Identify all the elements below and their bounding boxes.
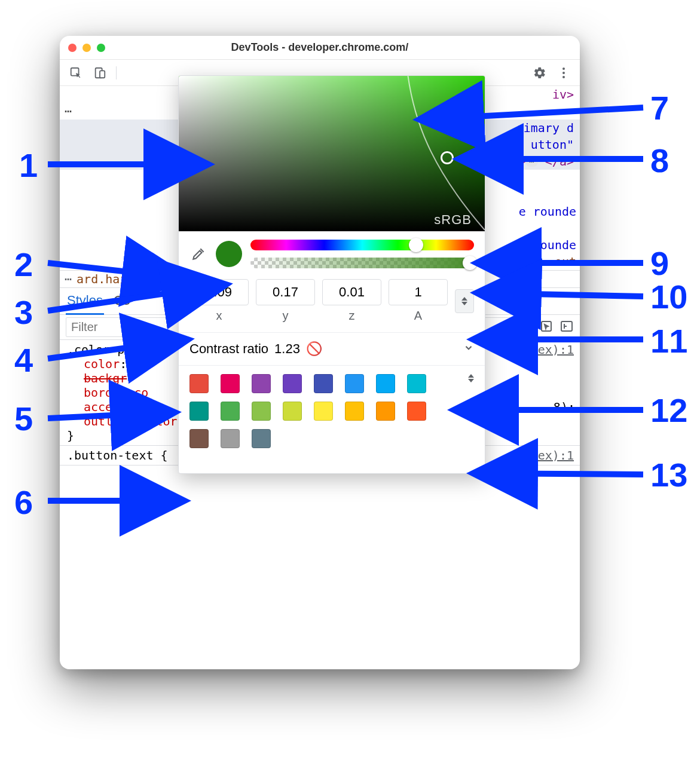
window-title: DevTools - developer.chrome.com/ — [60, 41, 580, 54]
value-a-input[interactable] — [389, 279, 448, 305]
current-color-swatch — [216, 241, 242, 267]
hue-slider-thumb[interactable] — [409, 238, 423, 252]
palette-swatch[interactable] — [345, 374, 364, 393]
palette-swatch[interactable] — [376, 374, 395, 393]
palette-swatch[interactable] — [407, 374, 426, 393]
more-options-icon[interactable] — [554, 63, 574, 83]
annotation-number: 6 — [14, 483, 33, 522]
annotation-number: 8 — [650, 141, 669, 180]
palette-swatch[interactable] — [252, 402, 271, 421]
palette-row — [189, 402, 474, 421]
value-x-label: x — [189, 309, 249, 323]
color-palette — [179, 365, 485, 467]
palette-swatch[interactable] — [221, 374, 240, 393]
maximize-icon[interactable] — [97, 44, 105, 52]
palette-swatch[interactable] — [345, 402, 364, 421]
color-spectrum-cursor[interactable] — [441, 151, 454, 164]
rule-source-link[interactable]: (index):1 — [509, 448, 574, 463]
palette-toggle[interactable] — [468, 374, 474, 382]
device-toggle-icon[interactable] — [90, 63, 110, 83]
gamut-label: sRGB — [434, 212, 472, 228]
annotation-number: 10 — [650, 277, 687, 316]
annotation-number: 2 — [14, 245, 33, 284]
annotation-number: 3 — [14, 293, 33, 332]
annotation-number: 12 — [650, 391, 687, 430]
annotation-number: 4 — [14, 341, 33, 379]
traffic-lights — [68, 44, 105, 52]
alpha-slider[interactable] — [250, 258, 474, 268]
palette-swatch[interactable] — [314, 402, 333, 421]
palette-row — [189, 429, 474, 448]
palette-swatch[interactable] — [189, 429, 209, 448]
svg-rect-2 — [100, 71, 105, 78]
color-swatch-icon[interactable] — [134, 360, 143, 369]
palette-swatch[interactable] — [221, 429, 240, 448]
rule-source-link[interactable]: (index):1 — [509, 342, 574, 357]
contrast-value: 1.23 — [274, 341, 300, 357]
color-spectrum[interactable]: sRGB — [179, 76, 485, 231]
eyedropper-icon[interactable] — [189, 245, 207, 263]
hov-icon[interactable] — [539, 319, 554, 336]
palette-swatch[interactable] — [314, 374, 333, 393]
contrast-row[interactable]: Contrast ratio 1.23 🚫 — [179, 332, 485, 365]
toolbar-separator — [116, 66, 117, 79]
palette-swatch[interactable] — [252, 374, 271, 393]
palette-swatch[interactable] — [283, 402, 302, 421]
color-picker-popover: sRGB x — [178, 75, 485, 474]
palette-swatch[interactable] — [189, 374, 209, 393]
palette-swatch[interactable] — [252, 429, 271, 448]
annotation-number: 1 — [19, 146, 38, 185]
annotation-number: 7 — [650, 88, 669, 127]
minimize-icon[interactable] — [82, 44, 91, 52]
inspect-element-icon[interactable] — [66, 63, 86, 83]
annotation-number: 11 — [650, 321, 687, 360]
settings-gear-icon[interactable] — [530, 63, 550, 83]
tab-styles[interactable]: Styles — [66, 288, 104, 314]
color-format-toggle[interactable] — [455, 289, 474, 313]
palette-swatch[interactable] — [221, 402, 240, 421]
cls-icon[interactable] — [559, 319, 574, 336]
value-z-input[interactable] — [322, 279, 381, 305]
palette-swatch[interactable] — [376, 402, 395, 421]
palette-swatch[interactable] — [407, 402, 426, 421]
annotation-number: 13 — [650, 455, 687, 494]
palette-row — [189, 374, 474, 393]
value-y-input[interactable] — [256, 279, 315, 305]
tab-computed[interactable]: Co — [112, 288, 132, 314]
contrast-fail-icon: 🚫 — [306, 341, 322, 357]
contrast-label: Contrast ratio — [189, 341, 268, 357]
palette-swatch[interactable] — [189, 402, 209, 421]
annotation-number: 5 — [14, 399, 33, 438]
value-z-label: z — [322, 309, 381, 323]
alpha-slider-thumb[interactable] — [463, 256, 477, 270]
contrast-expand-icon[interactable] — [463, 341, 474, 357]
titlebar: DevTools - developer.chrome.com/ — [60, 36, 580, 60]
hue-slider[interactable] — [250, 240, 474, 250]
value-a-label: A — [389, 309, 448, 323]
palette-swatch[interactable] — [283, 374, 302, 393]
close-icon[interactable] — [68, 44, 77, 52]
value-y-label: y — [256, 309, 315, 323]
value-x-input[interactable] — [189, 279, 249, 305]
